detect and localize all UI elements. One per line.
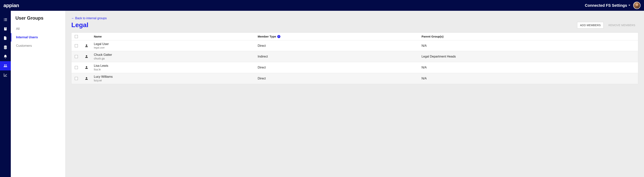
select-all-checkbox[interactable]	[75, 35, 78, 38]
member-type: Direct	[256, 64, 420, 71]
settings-dropdown[interactable]: Connected FS Settings	[585, 3, 630, 8]
select-all-cell	[72, 33, 81, 40]
rail-document[interactable]	[0, 33, 11, 43]
parent-group: N/A	[420, 64, 638, 71]
member-type: Direct	[256, 75, 420, 82]
name-cell: Lisa Lewis lisa.le	[92, 62, 256, 73]
rail-users[interactable]	[0, 61, 11, 70]
sidebar-nav: All Internal Users Customers	[11, 25, 65, 50]
name-cell: Legal User legal.user	[92, 40, 256, 51]
parent-groups-col-label: Parent Group(s)	[422, 35, 444, 38]
user-handle: lucy.wi	[94, 79, 102, 82]
topbar: appian Connected FS Settings	[0, 0, 644, 11]
rail-database[interactable]	[0, 43, 11, 52]
document-icon	[3, 36, 8, 40]
name-col-header: Name	[92, 33, 256, 40]
help-icon[interactable]: ?	[277, 35, 280, 38]
remove-members-button: REMOVE MEMBERS	[606, 22, 638, 28]
user-name: Chuck Gatter	[94, 53, 112, 57]
arrow-left-icon: ←	[71, 16, 74, 20]
name-cell: Lucy Williams lucy.wi	[92, 73, 256, 84]
row-checkbox[interactable]	[75, 55, 78, 58]
user-handle: chuck.ga	[94, 57, 105, 60]
content-header: Legal ADD MEMBERS REMOVE MEMBERS	[71, 21, 638, 29]
name-cell: Chuck Gatter chuck.ga	[92, 51, 256, 62]
sidebar-item-customers[interactable]: Customers	[11, 41, 65, 50]
rail-clipboard[interactable]	[0, 24, 11, 33]
rail-bell[interactable]	[0, 52, 11, 61]
content: ← Back to internal groups Legal ADD MEMB…	[66, 11, 644, 177]
table-header: Name Member Type ? Parent Group(s)	[72, 33, 638, 40]
row-checkbox[interactable]	[75, 77, 78, 80]
member-type: Indirect	[256, 53, 420, 60]
user-name: Lucy Williams	[94, 75, 113, 78]
user-icon	[81, 53, 92, 60]
user-handle: legal.user	[94, 46, 105, 49]
user-name: Legal User	[94, 42, 109, 46]
user-handle: lisa.le	[94, 68, 101, 71]
member-type-col-header: Member Type ?	[256, 33, 420, 40]
main: User Groups All Internal Users Customers…	[0, 11, 644, 177]
sidebar: User Groups All Internal Users Customers	[11, 11, 66, 177]
user-icon	[81, 64, 92, 71]
parent-group: Legal Department Heads	[420, 53, 638, 60]
avatar[interactable]	[633, 2, 640, 9]
users-icon	[3, 64, 8, 68]
add-members-button[interactable]: ADD MEMBERS	[577, 22, 604, 28]
logo[interactable]: appian	[4, 2, 19, 8]
member-type: Direct	[256, 42, 420, 49]
parent-groups-col-header: Parent Group(s)	[420, 33, 638, 40]
user-name: Lisa Lewis	[94, 64, 108, 67]
back-link-label: Back to internal groups	[75, 16, 107, 20]
rail-tasks[interactable]	[0, 15, 11, 24]
sidebar-item-all[interactable]: All	[11, 25, 65, 33]
icon-col-header	[81, 35, 92, 38]
table-row: Lucy Williams lucy.wi Direct N/A	[72, 73, 638, 84]
nav-rail	[0, 11, 11, 177]
sidebar-title: User Groups	[11, 15, 65, 25]
parent-group: N/A	[420, 42, 638, 49]
member-type-col-label: Member Type	[258, 35, 276, 38]
caret-down-icon	[628, 4, 630, 6]
rail-chart[interactable]	[0, 70, 11, 80]
chart-icon	[3, 73, 8, 77]
name-col-label: Name	[94, 35, 102, 38]
table-row: Lisa Lewis lisa.le Direct N/A	[72, 62, 638, 73]
members-table: Name Member Type ? Parent Group(s)	[71, 32, 638, 84]
row-checkbox[interactable]	[75, 66, 78, 69]
bell-icon	[3, 54, 8, 59]
back-link[interactable]: ← Back to internal groups	[71, 16, 107, 20]
row-checkbox[interactable]	[75, 44, 78, 47]
page-title: Legal	[71, 21, 88, 29]
table-row: Legal User legal.user Direct N/A	[72, 40, 638, 51]
sidebar-item-internal-users[interactable]: Internal Users	[11, 33, 65, 41]
user-icon	[81, 75, 92, 82]
topbar-right: Connected FS Settings	[585, 2, 640, 9]
header-actions: ADD MEMBERS REMOVE MEMBERS	[577, 22, 638, 28]
clipboard-icon	[3, 27, 8, 31]
table-row: Chuck Gatter chuck.ga Indirect Legal Dep…	[72, 51, 638, 62]
tasks-icon	[3, 17, 8, 22]
database-icon	[3, 45, 8, 49]
user-icon	[81, 42, 92, 50]
settings-label: Connected FS Settings	[585, 3, 627, 8]
parent-group: N/A	[420, 75, 638, 82]
logo-text: appian	[4, 2, 19, 8]
